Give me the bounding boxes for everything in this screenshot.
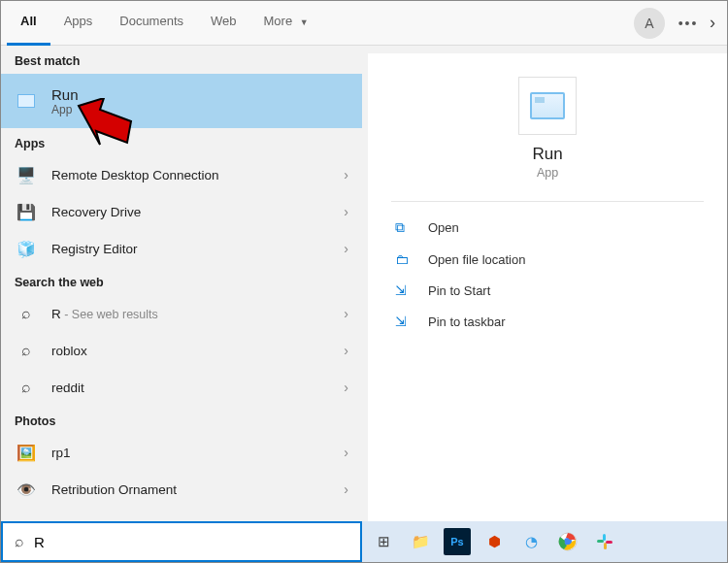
web-query: R (51, 307, 61, 321)
tab-web[interactable]: Web (197, 1, 250, 46)
slack-icon[interactable] (591, 528, 618, 555)
account-avatar[interactable]: A (634, 8, 665, 39)
svg-rect-4 (597, 540, 604, 543)
open-icon: ⧉ (395, 219, 416, 236)
options-button[interactable]: ••• (673, 8, 704, 39)
svg-rect-6 (606, 541, 612, 544)
search-icon: ⌕ (15, 376, 38, 399)
chevron-right-icon: › (704, 13, 721, 33)
result-subtitle: App (51, 103, 348, 116)
result-recovery-drive[interactable]: 💾 Recovery Drive › (1, 193, 362, 230)
search-filter-tabs: All Apps Documents Web More ▼ A ••• › (1, 1, 727, 46)
photo-icon: 🖼️ (15, 441, 38, 464)
section-best-match: Best match (1, 46, 362, 74)
tab-all[interactable]: All (7, 1, 50, 46)
action-label: Pin to taskbar (428, 315, 506, 329)
svg-rect-5 (604, 543, 607, 549)
app-icon[interactable]: ◔ (517, 528, 545, 555)
action-open-file-location[interactable]: 🗀 Open file location (368, 244, 727, 275)
search-icon: ⌕ (15, 533, 24, 550)
result-title: Run (51, 86, 348, 103)
search-bar[interactable]: ⌕ (1, 521, 362, 562)
result-photo-retribution[interactable]: 👁️ Retribution Ornament › (1, 471, 362, 508)
list-item-label: Retribution Ornament (51, 482, 344, 497)
chrome-icon[interactable] (554, 528, 581, 555)
search-input[interactable] (34, 534, 348, 550)
chevron-right-icon: › (344, 343, 348, 358)
section-photos: Photos (1, 406, 362, 434)
folder-icon: 🗀 (395, 251, 416, 267)
section-search-web: Search the web (1, 267, 362, 295)
result-web-r[interactable]: ⌕ R - See web results › (1, 295, 362, 332)
taskbar: ⊞ 📁 Ps ⬢ ◔ (362, 521, 727, 562)
divider (391, 201, 704, 202)
office-icon[interactable]: ⬢ (480, 528, 508, 555)
action-pin-to-start[interactable]: ⇲ Pin to Start (368, 275, 727, 306)
run-app-icon (15, 89, 38, 113)
chevron-right-icon: › (344, 306, 348, 321)
chevron-right-icon: › (344, 380, 348, 395)
chevron-right-icon: › (344, 445, 348, 460)
task-view-icon[interactable]: ⊞ (370, 528, 397, 555)
result-run[interactable]: Run App (1, 74, 362, 128)
detail-panel: Run App ⧉ Open 🗀 Open file location ⇲ Pi… (368, 53, 727, 521)
action-label: Open file location (428, 252, 525, 267)
pin-icon: ⇲ (395, 314, 416, 329)
result-remote-desktop[interactable]: 🖥️ Remote Desktop Connection › (1, 156, 362, 193)
list-item-label: roblox (51, 344, 344, 358)
section-apps: Apps (1, 128, 362, 156)
file-explorer-icon[interactable]: 📁 (407, 528, 434, 555)
tab-more[interactable]: More ▼ (250, 1, 322, 46)
web-hint: - See web results (61, 308, 158, 321)
tab-documents[interactable]: Documents (106, 1, 197, 46)
run-app-large-icon (518, 77, 577, 135)
list-item-label: Remote Desktop Connection (51, 168, 344, 182)
result-web-roblox[interactable]: ⌕ roblox › (1, 332, 362, 369)
search-icon: ⌕ (15, 339, 38, 362)
result-photo-rp1[interactable]: 🖼️ rp1 › (1, 434, 362, 471)
chevron-right-icon: › (344, 481, 348, 497)
detail-subtitle: App (368, 166, 727, 180)
result-registry-editor[interactable]: 🧊 Registry Editor › (1, 230, 362, 267)
recovery-drive-icon: 💾 (15, 200, 38, 223)
chevron-right-icon: › (344, 204, 348, 219)
photoshop-icon[interactable]: Ps (444, 528, 471, 555)
list-item-label: Registry Editor (51, 242, 344, 256)
photo-icon: 👁️ (15, 478, 38, 501)
action-label: Pin to Start (428, 283, 490, 298)
action-label: Open (428, 220, 459, 235)
result-web-reddit[interactable]: ⌕ reddit › (1, 369, 362, 406)
list-item-label: Recovery Drive (51, 205, 344, 219)
svg-rect-3 (603, 534, 606, 541)
pin-icon: ⇲ (395, 282, 416, 298)
chevron-right-icon: › (344, 241, 348, 256)
action-open[interactable]: ⧉ Open (368, 212, 727, 244)
tab-apps[interactable]: Apps (50, 1, 107, 46)
chevron-down-icon: ▼ (300, 17, 309, 27)
results-panel: Best match Run App Apps 🖥️ Remote Deskto… (1, 46, 362, 521)
list-item-label: rp1 (51, 446, 344, 460)
detail-title: Run (368, 145, 727, 164)
search-icon: ⌕ (15, 302, 38, 325)
remote-desktop-icon: 🖥️ (15, 163, 38, 186)
list-item-label: reddit (51, 381, 344, 395)
tab-more-label: More (264, 14, 293, 28)
action-pin-to-taskbar[interactable]: ⇲ Pin to taskbar (368, 306, 727, 337)
registry-editor-icon: 🧊 (15, 237, 38, 260)
chevron-right-icon: › (344, 167, 348, 182)
